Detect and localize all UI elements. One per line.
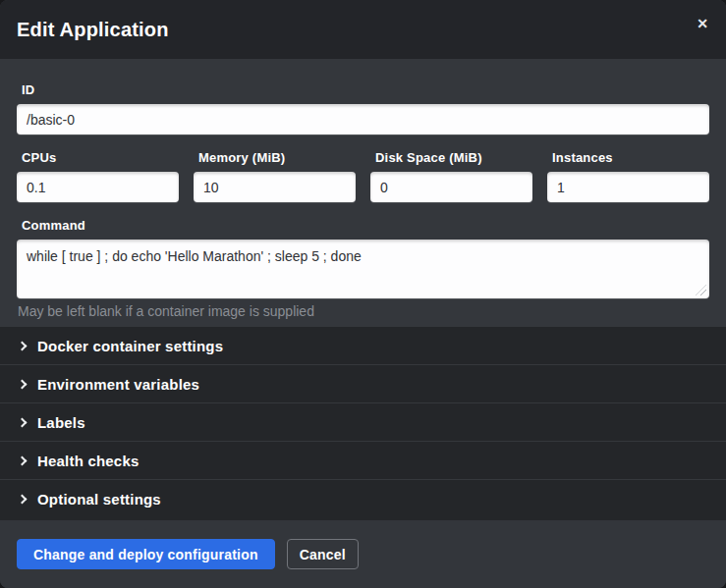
disk-input[interactable] — [370, 172, 532, 202]
section-labels[interactable]: Labels — [0, 403, 726, 442]
disk-label: Disk Space (MiB) — [370, 150, 532, 165]
section-label: Optional settings — [37, 491, 161, 508]
section-label: Docker container settings — [37, 338, 223, 354]
chevron-right-icon — [18, 455, 28, 465]
instances-input[interactable] — [547, 172, 709, 202]
chevron-right-icon — [18, 495, 28, 505]
instances-label: Instances — [547, 150, 709, 165]
memory-field-group: Memory (MiB) — [194, 150, 356, 202]
section-docker-container-settings[interactable]: Docker container settings — [0, 327, 726, 365]
modal-footer: Change and deploy configuration Cancel — [0, 520, 726, 588]
section-label: Health checks — [37, 453, 139, 469]
command-textarea-wrap: while [ true ] ; do echo 'Hello Marathon… — [17, 240, 709, 298]
cpus-field-group: CPUs — [17, 150, 179, 202]
modal-header: Edit Application ✕ — [0, 0, 726, 59]
memory-input[interactable] — [194, 172, 356, 202]
section-optional-settings[interactable]: Optional settings — [0, 480, 726, 518]
change-and-deploy-button[interactable]: Change and deploy configuration — [17, 539, 275, 569]
cpus-label: CPUs — [17, 150, 179, 165]
resources-row: CPUs Memory (MiB) Disk Space (MiB) Insta… — [17, 150, 709, 202]
modal-title: Edit Application — [17, 19, 169, 41]
command-field-group: Command while [ true ] ; do echo 'Hello … — [17, 218, 709, 319]
section-label: Labels — [37, 414, 85, 431]
chevron-right-icon — [18, 341, 28, 350]
settings-accordion: Docker container settings Environment va… — [0, 327, 726, 520]
close-icon[interactable]: ✕ — [692, 13, 713, 34]
id-label: ID — [17, 82, 709, 97]
command-help-text: May be left blank if a container image i… — [17, 303, 709, 319]
instances-field-group: Instances — [547, 150, 709, 202]
section-environment-variables[interactable]: Environment variables — [0, 365, 726, 403]
edit-application-modal: Edit Application ✕ ID CPUs Memory (MiB) … — [0, 0, 726, 588]
command-label: Command — [17, 218, 709, 233]
section-health-checks[interactable]: Health checks — [0, 442, 726, 480]
section-label: Environment variables — [37, 376, 199, 393]
cancel-button[interactable]: Cancel — [287, 539, 359, 569]
memory-label: Memory (MiB) — [194, 150, 356, 165]
cpus-input[interactable] — [17, 172, 179, 202]
id-field-group: ID — [17, 82, 709, 134]
application-form: ID CPUs Memory (MiB) Disk Space (MiB) In… — [0, 59, 726, 327]
chevron-right-icon — [18, 379, 28, 389]
disk-field-group: Disk Space (MiB) — [370, 150, 532, 202]
command-input[interactable]: while [ true ] ; do echo 'Hello Marathon… — [17, 240, 709, 298]
id-input[interactable] — [17, 104, 709, 134]
chevron-right-icon — [18, 417, 28, 427]
